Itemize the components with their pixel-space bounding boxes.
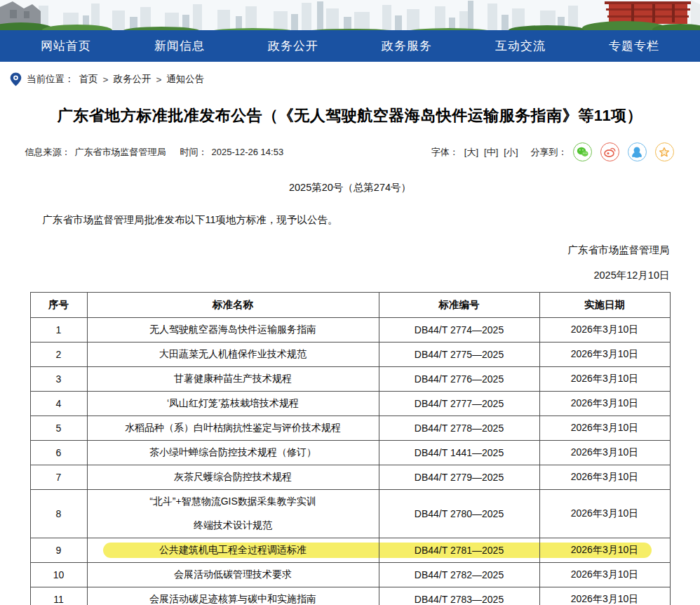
share-label: 分享到： <box>531 146 567 159</box>
nav-item-6[interactable]: 专题专栏 <box>609 38 659 54</box>
table-cell-date: 2026年3月10日 <box>539 538 670 563</box>
nav-item-5[interactable]: 互动交流 <box>495 38 546 54</box>
table-cell-code: DB44/T 2782—2025 <box>379 563 539 587</box>
table-row: 4‘凤山红灯笼’荔枝栽培技术规程DB44/T 2777—20252026年3月1… <box>30 392 670 416</box>
table-row: 10会展活动低碳管理技术要求DB44/T 2782—20252026年3月10日 <box>30 563 670 587</box>
table-cell-code: DB44/T 2776—2025 <box>379 367 539 392</box>
announcement-body: 广东省市场监督管理局批准发布以下11项地方标准，现予以公告。 <box>22 213 678 227</box>
table-cell-name: 会展活动低碳管理技术要求 <box>87 563 379 587</box>
table-cell-code: DB44/T 1441—2025 <box>379 441 539 465</box>
table-cell-name: 公共建筑机电工程全过程调适标准 <box>87 538 379 563</box>
table-cell-date: 2026年3月10日 <box>539 490 670 538</box>
table-cell-no: 6 <box>30 441 87 465</box>
signature-org: 广东省市场监督管理局 <box>22 244 678 257</box>
table-cell-name: ‘凤山红灯笼’荔枝栽培技术规程 <box>87 392 379 416</box>
table-cell-code: DB44/T 2778—2025 <box>379 416 539 441</box>
table-cell-no: 2 <box>30 343 87 367</box>
table-cell-no: 5 <box>30 416 87 441</box>
table-cell-code: DB44/T 2777—2025 <box>379 392 539 416</box>
source-label: 信息来源： <box>25 146 71 159</box>
source-value: 广东省市场监督管理局 <box>75 146 166 159</box>
table-row: 2大田蔬菜无人机植保作业技术规范DB44/T 2775—20252026年3月1… <box>30 343 670 367</box>
table-row: 1无人驾驶航空器海岛快件运输服务指南DB44/T 2774—20252026年3… <box>30 318 670 343</box>
breadcrumb-separator: > <box>103 74 109 85</box>
location-pin-icon <box>10 72 22 86</box>
font-medium-button[interactable]: [中] <box>484 146 498 159</box>
col-header-date: 实施日期 <box>539 293 670 318</box>
font-share-controls: 字体： [大] [中] [小] 分享到： <box>431 142 674 161</box>
table-row: 7灰茶尺蠖综合防控技术规程DB44/T 2779—20252026年3月10日 <box>30 465 670 490</box>
table-header-row: 序号 标准名称 标准编号 实施日期 <box>30 293 670 318</box>
share-icons <box>573 142 674 161</box>
table-row: 3甘薯健康种苗生产技术规程DB44/T 2776—20252026年3月10日 <box>30 367 670 392</box>
meta-row: 信息来源： 广东省市场监督管理局 时间： 2025-12-26 14:53 字体… <box>22 142 678 161</box>
breadcrumb-separator: > <box>156 74 161 85</box>
table-cell-no: 3 <box>30 367 87 392</box>
table-cell-no: 4 <box>30 392 87 416</box>
table-cell-name: 灰茶尺蠖综合防控技术规程 <box>87 465 379 490</box>
wechat-share-icon[interactable] <box>573 142 592 161</box>
table-cell-code: DB44/T 2783—2025 <box>379 587 539 605</box>
nav-item-3[interactable]: 政务公开 <box>268 38 318 54</box>
col-header-code: 标准编号 <box>379 293 539 318</box>
table-cell-name: 水稻品种（系）白叶枯病抗性鉴定与评价技术规程 <box>87 416 379 441</box>
breadcrumb-link-2[interactable]: 政务公开 <box>113 73 151 86</box>
table-row: 8“北斗”+智慧物流GIS数据采集教学实训终端技术设计规范DB44/T 2780… <box>30 490 670 538</box>
header-cityscape-image <box>0 0 700 30</box>
font-label: 字体： <box>431 146 459 159</box>
time-value: 2025-12-26 14:53 <box>212 147 284 157</box>
table-cell-no: 8 <box>30 490 87 538</box>
table-cell-name: 会展活动碳足迹核算与碳中和实施指南 <box>87 587 379 605</box>
table-cell-date: 2026年3月10日 <box>539 587 670 605</box>
table-cell-no: 7 <box>30 465 87 490</box>
table-row: 6茶小绿叶蝉综合防控技术规程（修订）DB44/T 1441—20252026年3… <box>30 441 670 465</box>
page-title: 广东省地方标准批准发布公告（《无人驾驶航空器海岛快件运输服务指南》等11项） <box>22 105 678 126</box>
doc-number: 2025第20号（总第274号） <box>22 181 678 194</box>
main-nav: 网站首页新闻信息政务公开政务服务互动交流专题专栏 <box>0 30 700 62</box>
table-cell-date: 2026年3月10日 <box>539 367 670 392</box>
table-cell-code: DB44/T 2775—2025 <box>379 343 539 367</box>
nav-item-1[interactable]: 网站首页 <box>41 38 91 54</box>
table-cell-code: DB44/T 2774—2025 <box>379 318 539 343</box>
table-cell-date: 2026年3月10日 <box>539 318 670 343</box>
table-cell-no: 11 <box>30 587 87 605</box>
breadcrumb: 当前位置： 首页>政务公开>通知公告 <box>10 72 700 86</box>
font-small-button[interactable]: [小] <box>504 146 518 159</box>
breadcrumb-link-1[interactable]: 首页 <box>79 73 98 86</box>
star-share-icon[interactable] <box>655 142 674 161</box>
article: 广东省地方标准批准发布公告（《无人驾驶航空器海岛快件运输服务指南》等11项） 信… <box>22 105 678 282</box>
table-cell-date: 2026年3月10日 <box>539 392 670 416</box>
page: 网站首页新闻信息政务公开政务服务互动交流专题专栏 当前位置： 首页>政务公开>通… <box>0 0 700 605</box>
breadcrumb-link-3[interactable]: 通知公告 <box>166 73 204 86</box>
table-cell-no: 9 <box>30 538 87 563</box>
weibo-share-icon[interactable] <box>600 142 619 161</box>
font-large-button[interactable]: [大] <box>464 146 478 159</box>
table-cell-name: 无人驾驶航空器海岛快件运输服务指南 <box>87 318 379 343</box>
article-meta: 信息来源： 广东省市场监督管理局 时间： 2025-12-26 14:53 <box>25 146 284 159</box>
table-cell-no: 1 <box>30 318 87 343</box>
table-cell-date: 2026年3月10日 <box>539 441 670 465</box>
table-cell-date: 2026年3月10日 <box>539 416 670 441</box>
table-cell-name: 甘薯健康种苗生产技术规程 <box>87 367 379 392</box>
standards-table: 序号 标准名称 标准编号 实施日期 1无人驾驶航空器海岛快件运输服务指南DB44… <box>30 292 671 605</box>
table-cell-date: 2026年3月10日 <box>539 343 670 367</box>
col-header-name: 标准名称 <box>87 293 379 318</box>
table-row: 9公共建筑机电工程全过程调适标准DB44/T 2781—20252026年3月1… <box>30 538 670 563</box>
breadcrumb-label: 当前位置： <box>27 73 74 86</box>
col-header-no: 序号 <box>30 293 87 318</box>
nav-item-2[interactable]: 新闻信息 <box>154 38 205 54</box>
table-cell-date: 2026年3月10日 <box>539 563 670 587</box>
table-cell-code: DB44/T 2781—2025 <box>379 538 539 563</box>
table-row: 11会展活动碳足迹核算与碳中和实施指南DB44/T 2783—20252026年… <box>30 587 670 605</box>
qq-share-icon[interactable] <box>628 142 647 161</box>
table-cell-name: 大田蔬菜无人机植保作业技术规范 <box>87 343 379 367</box>
table-row: 5水稻品种（系）白叶枯病抗性鉴定与评价技术规程DB44/T 2778—20252… <box>30 416 670 441</box>
table-cell-code: DB44/T 2779—2025 <box>379 465 539 490</box>
table-cell-no: 10 <box>30 563 87 587</box>
table-cell-name: 茶小绿叶蝉综合防控技术规程（修订） <box>87 441 379 465</box>
table-cell-code: DB44/T 2780—2025 <box>379 490 539 538</box>
signature-date: 2025年12月10日 <box>22 269 678 282</box>
table-cell-name: “北斗”+智慧物流GIS数据采集教学实训终端技术设计规范 <box>87 490 379 538</box>
nav-item-4[interactable]: 政务服务 <box>382 38 432 54</box>
table-cell-date: 2026年3月10日 <box>539 465 670 490</box>
